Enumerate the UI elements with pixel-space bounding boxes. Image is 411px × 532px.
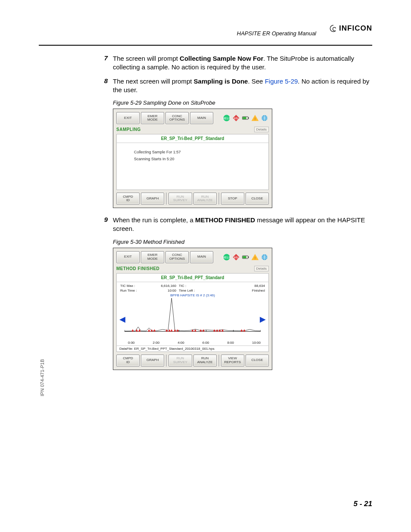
- runtime-value: 10:00: [146, 289, 179, 292]
- details-button[interactable]: Details: [254, 266, 269, 271]
- tic-label: TIC :: [179, 284, 205, 288]
- run-analyze-button[interactable]: RUN ANALYZE: [193, 355, 217, 367]
- conc-options-button[interactable]: CONC OPTIONS: [165, 251, 189, 263]
- main-button[interactable]: MAIN: [190, 112, 213, 124]
- status-label: METHOD FINISHED: [116, 266, 159, 271]
- cmpd-id-button[interactable]: CMPD ID: [116, 193, 140, 205]
- conc-options-button[interactable]: CONC OPTIONS: [165, 112, 189, 124]
- svg-marker-47: [243, 329, 246, 331]
- tic-value: 88,634: [205, 284, 265, 288]
- svg-marker-34: [168, 329, 171, 331]
- page-header: HAPSITE ER Operating Manual INFICON: [39, 26, 372, 43]
- svg-text:HELP: HELP: [222, 255, 231, 259]
- method-title: ER_SP_Tri-Bed_PPT_Standard: [117, 274, 268, 282]
- svg-marker-29: [138, 329, 141, 331]
- close-button[interactable]: CLOSE: [246, 355, 269, 367]
- timeleft-label: Time Left :: [179, 289, 205, 292]
- svg-marker-31: [150, 329, 153, 331]
- svg-marker-27: [131, 329, 134, 331]
- svg-rect-15: [248, 256, 249, 258]
- svg-marker-46: [240, 329, 243, 331]
- graph-button[interactable]: GRAPH: [141, 355, 164, 367]
- step-text: When the run is complete, a METHOD FINIS…: [113, 216, 372, 233]
- figure-caption-5-29: Figure 5-29 Sampling Done on SituProbe: [113, 100, 372, 106]
- page-number: 5 - 21: [354, 500, 372, 508]
- battery-icon: [241, 253, 250, 261]
- details-button[interactable]: Details: [254, 127, 269, 132]
- svg-rect-16: [243, 256, 246, 258]
- globe-icon: [260, 253, 269, 261]
- warning-icon: !: [251, 253, 259, 261]
- run-analyze-button: RUN ANALYZE: [193, 193, 217, 205]
- tic-chart: ▶ ▶ 0:002:004:006:008:0010:00: [118, 298, 267, 345]
- header-rule: [39, 45, 372, 46]
- help-icon[interactable]: HELP: [222, 253, 231, 261]
- brand-name: INFICON: [339, 24, 372, 33]
- emer-mode-button[interactable]: EMER MODE: [141, 112, 164, 124]
- battery-icon: [241, 114, 250, 122]
- info-icon[interactable]: info: [232, 114, 240, 122]
- step-text: The next screen will prompt Sampling is …: [113, 77, 372, 95]
- close-button[interactable]: CLOSE: [246, 193, 269, 205]
- ticmax-label: TIC Max :: [120, 284, 146, 288]
- brand-logo: INFICON: [330, 24, 372, 33]
- main-button[interactable]: MAIN: [190, 251, 213, 263]
- figure-caption-5-30: Figure 5-30 Method Finished: [113, 239, 372, 245]
- screenshot-sampling-done: EXIT EMER MODE CONC OPTIONS MAIN HELP in…: [113, 109, 272, 208]
- globe-icon: [260, 114, 269, 122]
- svg-marker-32: [153, 329, 156, 331]
- timeleft-value: Finished: [205, 289, 265, 292]
- svg-text:HELP: HELP: [222, 116, 231, 120]
- status-label: SAMPLING: [116, 127, 141, 132]
- emer-mode-button[interactable]: EMER MODE: [141, 251, 164, 263]
- collecting-sample-line: Collecting Sample For 1:57: [134, 150, 262, 154]
- exit-button[interactable]: EXIT: [116, 251, 140, 263]
- warning-icon: !: [251, 114, 259, 122]
- step-text: The screen will prompt Collecting Sample…: [113, 54, 372, 72]
- svg-rect-5: [248, 117, 249, 118]
- svg-rect-6: [243, 117, 246, 119]
- datafile-line: DataFile: ER_SP_Tri-Bed_PPT_Standard_201…: [117, 345, 268, 352]
- exit-button[interactable]: EXIT: [116, 112, 140, 124]
- step-7: 7 The screen will prompt Collecting Samp…: [95, 54, 372, 72]
- manual-title: HAPSITE ER Operating Manual: [237, 30, 316, 37]
- help-icon[interactable]: HELP: [222, 114, 231, 122]
- svg-marker-35: [171, 329, 173, 331]
- run-survey-button: RUN SURVEY: [168, 355, 192, 367]
- step-9: 9 When the run is complete, a METHOD FIN…: [95, 216, 372, 233]
- runtime-label: Run Time :: [120, 289, 146, 292]
- chart-label: BPFB HAPSITE IS # 2 (3:46): [117, 293, 268, 297]
- cmpd-id-button[interactable]: CMPD ID: [116, 355, 140, 367]
- run-survey-button: RUN SURVEY: [168, 193, 192, 205]
- figure-ref-5-29: Figure 5-29: [265, 78, 298, 85]
- svg-text:info: info: [234, 117, 239, 120]
- svg-marker-30: [148, 329, 150, 331]
- info-icon[interactable]: info: [232, 253, 240, 261]
- step-number: 7: [95, 54, 108, 72]
- step-8: 8 The next screen will prompt Sampling i…: [95, 77, 372, 95]
- chart-x-ticks: 0:002:004:006:008:0010:00: [122, 341, 263, 345]
- step-number: 8: [95, 77, 108, 95]
- side-doc-id: IPN 074-471-P1B: [40, 359, 45, 396]
- ticmax-value: 6,616,160: [146, 284, 179, 288]
- view-reports-button[interactable]: VIEW REPORTS: [221, 355, 244, 367]
- svg-text:!: !: [255, 117, 256, 121]
- svg-marker-45: [221, 329, 224, 331]
- screenshot-method-finished: EXIT EMER MODE CONC OPTIONS MAIN HELP in…: [113, 248, 272, 370]
- step-number: 9: [95, 216, 108, 233]
- method-title: ER_SP_Tri-Bed_PPT_Standard: [117, 134, 268, 143]
- scanning-starts-line: Scanning Starts In 5:20: [134, 157, 262, 161]
- stop-button[interactable]: STOP: [221, 193, 244, 205]
- svg-text:!: !: [255, 256, 256, 260]
- svg-text:info: info: [234, 255, 239, 258]
- graph-button[interactable]: GRAPH: [141, 193, 164, 205]
- inficon-swirl-icon: [330, 25, 337, 32]
- chart-right-arrow-icon[interactable]: ▶: [260, 314, 266, 324]
